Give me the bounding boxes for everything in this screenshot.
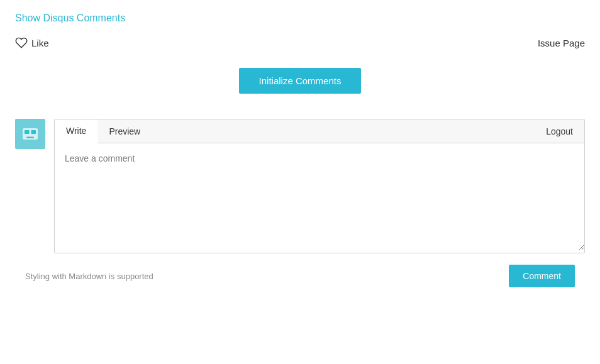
avatar-icon	[21, 124, 40, 143]
initialize-section: Initialize Comments	[15, 68, 585, 94]
comment-textarea[interactable]	[55, 143, 584, 250]
issue-page-link[interactable]: Issue Page	[538, 38, 585, 48]
show-disqus-link[interactable]: Show Disqus Comments	[15, 13, 125, 23]
tab-write[interactable]: Write	[55, 119, 97, 143]
markdown-note: Styling with Markdown is supported	[25, 272, 153, 281]
comment-section: Write Preview Logout	[15, 119, 585, 253]
comment-submit-button[interactable]: Comment	[509, 265, 575, 287]
tab-preview[interactable]: Preview	[97, 120, 152, 143]
like-issue-row: Like Issue Page	[15, 36, 585, 49]
logout-button[interactable]: Logout	[535, 120, 584, 143]
svg-rect-1	[25, 130, 30, 134]
like-label: Like	[31, 38, 49, 48]
heart-icon	[15, 36, 28, 49]
comment-footer: Styling with Markdown is supported Comme…	[15, 258, 585, 294]
comment-box: Write Preview Logout	[54, 119, 585, 253]
svg-rect-3	[26, 137, 34, 138]
svg-rect-2	[31, 130, 36, 134]
avatar	[15, 119, 45, 149]
like-button[interactable]: Like	[15, 36, 49, 49]
initialize-comments-button[interactable]: Initialize Comments	[239, 68, 362, 94]
comment-tabs: Write Preview Logout	[55, 119, 584, 143]
